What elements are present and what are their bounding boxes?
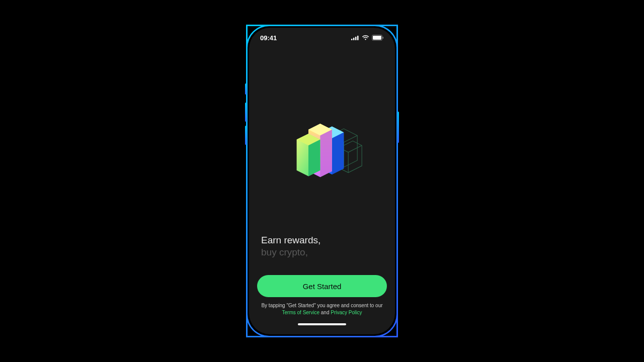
legal-and: and — [319, 310, 331, 315]
legal-text: By tapping "Get Started" you agree and c… — [257, 302, 387, 316]
phone-side-button-power — [397, 112, 399, 143]
isometric-bars-icon — [277, 114, 367, 189]
phone-side-button-silence — [245, 83, 247, 95]
terms-of-service-link[interactable]: Terms of Service — [282, 310, 319, 315]
status-time: 09:41 — [260, 34, 277, 42]
tagline-block: Earn rewards, buy crypto, — [257, 230, 387, 275]
privacy-policy-link[interactable]: Privacy Policy — [331, 310, 362, 315]
svg-rect-2 — [355, 37, 357, 40]
svg-rect-6 — [383, 37, 384, 39]
phone-side-button-volume-down — [245, 126, 247, 145]
svg-rect-3 — [357, 36, 359, 40]
tagline-primary: Earn rewards, — [261, 235, 383, 246]
status-bar: 09:41 — [249, 28, 395, 48]
onboarding-content: Earn rewards, buy crypto, Get Started By… — [249, 48, 395, 334]
tagline-secondary: buy crypto, — [261, 247, 383, 258]
phone-side-button-volume-up — [245, 103, 247, 122]
wifi-icon — [362, 35, 369, 41]
legal-prefix: By tapping "Get Started" you agree and c… — [261, 303, 382, 308]
hero-graphic — [257, 73, 387, 230]
phone-screen: 09:41 — [249, 28, 395, 334]
get-started-button[interactable]: Get Started — [257, 275, 387, 297]
home-indicator[interactable] — [298, 323, 346, 325]
phone-frame: 09:41 — [246, 25, 398, 337]
battery-icon — [372, 35, 384, 41]
svg-rect-0 — [351, 39, 353, 40]
cellular-signal-icon — [351, 35, 359, 40]
status-indicators — [351, 35, 384, 41]
svg-rect-5 — [373, 36, 381, 40]
svg-rect-1 — [353, 38, 355, 40]
